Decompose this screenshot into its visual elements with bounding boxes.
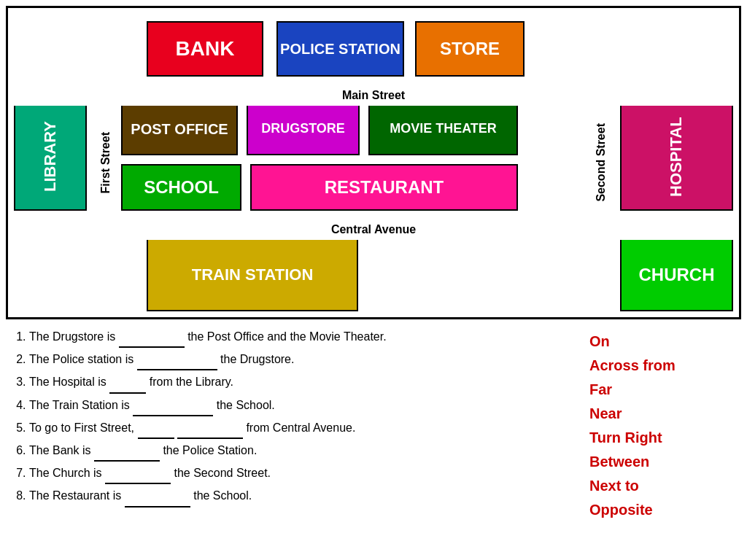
blank-3	[109, 372, 146, 393]
answer-across-from: Across from	[589, 354, 735, 378]
store-building: STORE	[415, 21, 525, 77]
blank-5a	[138, 418, 174, 439]
blank-1	[119, 327, 185, 348]
second-street-label: Second Street	[591, 8, 611, 317]
restaurant-building: RESTAURANT	[250, 164, 518, 211]
answer-on: On	[589, 330, 735, 354]
question-7: The Church is the Second Street.	[29, 463, 575, 484]
question-1: The Drugstore is the Post Office and the…	[29, 327, 575, 348]
bank-building: BANK	[147, 21, 263, 77]
answers-panel: On Across from Far Near Turn Right Betwe…	[589, 327, 735, 522]
question-list: The Drugstore is the Post Office and the…	[12, 327, 575, 508]
blank-7	[105, 463, 171, 484]
answer-between: Between	[589, 450, 735, 474]
question-6: The Bank is the Police Station.	[29, 440, 575, 462]
blank-5b	[177, 418, 243, 439]
movie-theater-building: MOVIE THEATER	[368, 103, 518, 155]
answer-turn-right: Turn Right	[589, 426, 735, 450]
question-5: To go to First Street, from Central Aven…	[29, 418, 575, 439]
question-2: The Police station is the Drugstore.	[29, 349, 575, 370]
church-building: CHURCH	[620, 238, 733, 311]
question-3: The Hospital is from the Library.	[29, 372, 575, 393]
questions-section: The Drugstore is the Post Office and the…	[0, 319, 747, 522]
police-station-building: POLICE STATION	[276, 21, 404, 77]
post-office-building: POST OFFICE	[121, 103, 238, 155]
answer-near: Near	[589, 402, 735, 426]
blank-2	[137, 349, 217, 370]
main-street-label: Main Street	[8, 85, 739, 106]
question-4: The Train Station is the School.	[29, 395, 575, 416]
drugstore-building: DRUGSTORE	[247, 103, 360, 155]
hospital-building: HOSPITAL	[620, 103, 733, 211]
first-street-label: First Street	[96, 8, 116, 317]
question-8: The Restaurant is the School.	[29, 486, 575, 507]
answer-far: Far	[589, 378, 735, 402]
library-building: LIBRARY	[14, 103, 87, 211]
questions-list: The Drugstore is the Post Office and the…	[12, 327, 575, 522]
blank-8	[125, 486, 190, 507]
answer-next-to: Next to	[589, 474, 735, 498]
answer-opposite: Opposite	[589, 498, 735, 522]
blank-4	[133, 395, 213, 416]
school-building: SCHOOL	[121, 164, 241, 211]
blank-6	[94, 440, 160, 462]
map-container: Main Street Central Avenue First Street …	[6, 6, 741, 319]
train-station-building: TRAIN STATION	[147, 238, 358, 311]
central-avenue-label: Central Avenue	[8, 219, 739, 240]
